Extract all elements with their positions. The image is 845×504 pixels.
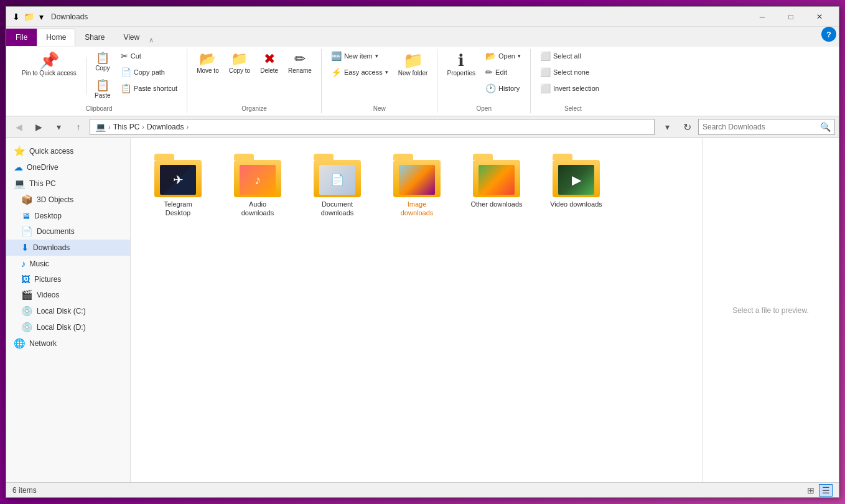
close-button[interactable]: ✕ (805, 7, 834, 27)
pin-quick-access-button[interactable]: 📌 Pin to Quick access (16, 49, 82, 80)
easy-access-dropdown[interactable]: ▾ (385, 69, 388, 75)
folder-tab-video (553, 154, 572, 160)
edit-button[interactable]: ✏ Edit (481, 65, 525, 79)
address-dropdown-button[interactable]: ▾ (658, 119, 676, 134)
folder-tab-telegram (154, 154, 174, 160)
music-icon: ♪ (21, 258, 26, 269)
sidebar-item-documents[interactable]: 📄 Documents (6, 223, 130, 240)
file-item-image[interactable]: Imagedownloads (380, 148, 454, 223)
select-all-button[interactable]: ⬜ Select all (536, 49, 610, 63)
3d-objects-icon: 📦 (21, 194, 33, 205)
history-button[interactable]: 🕐 History (481, 82, 525, 95)
sidebar-item-network[interactable]: 🌐 Network (6, 335, 130, 352)
paste-button[interactable]: 📋 Paste (90, 77, 115, 103)
rename-button[interactable]: ✏ Rename (284, 49, 316, 78)
copy-to-button[interactable]: 📁 Copy to (225, 49, 254, 78)
sidebar-item-music[interactable]: ♪ Music (6, 256, 130, 271)
back-button[interactable]: ◀ (10, 119, 27, 134)
local-disk-c-icon: 💿 (21, 306, 33, 317)
paste-shortcut-icon: 📋 (121, 83, 131, 93)
file-item-audio[interactable]: ♪ Audiodownloads (220, 148, 295, 223)
sidebar-item-pictures[interactable]: 🖼 Pictures (6, 271, 130, 287)
quick-access-icon: 📁 (24, 12, 34, 22)
sidebar-item-3d-objects[interactable]: 📦 3D Objects (6, 192, 130, 208)
main-area: ⭐ Quick access ☁ OneDrive 💻 This PC 📦 3D… (6, 138, 839, 482)
select-none-button[interactable]: ⬜ Select none (536, 65, 610, 79)
easy-access-button[interactable]: ⚡ Easy access ▾ (327, 65, 393, 79)
properties-button[interactable]: ℹ Properties (442, 49, 480, 80)
path-downloads: Downloads (147, 123, 184, 131)
sidebar-item-desktop[interactable]: 🖥 Desktop (6, 208, 130, 223)
invert-selection-button[interactable]: ⬜ Invert selection (536, 82, 610, 95)
ribbon-collapse-btn[interactable]: ∧ (149, 36, 154, 44)
easy-access-icon: ⚡ (331, 67, 342, 77)
help-button[interactable]: ? (821, 27, 836, 42)
new-item-icon: 🆕 (331, 51, 342, 61)
cut-button[interactable]: ✂ Cut (116, 49, 182, 63)
new-folder-button[interactable]: 📁 New folder (394, 49, 432, 80)
ribbon-group-select: ⬜ Select all ⬜ Select none ⬜ Invert sele… (531, 49, 615, 113)
new-label: New (327, 103, 432, 113)
ribbon: 📌 Pin to Quick access 📋 Copy 📋 Paste (6, 47, 839, 116)
sidebar-item-downloads[interactable]: ⬇ Downloads (6, 240, 130, 256)
minimize-button[interactable]: ─ (748, 7, 777, 27)
dropdown-icon[interactable]: ▾ (36, 12, 46, 22)
quick-access-star-icon: ⭐ (14, 146, 26, 157)
file-label-video: Video downloads (550, 200, 602, 208)
open-dropdown[interactable]: ▾ (518, 53, 521, 59)
folder-thumb-other (479, 165, 515, 195)
sidebar-item-local-c[interactable]: 💿 Local Disk (C:) (6, 303, 130, 319)
file-area: ✈ TelegramDesktop ♪ Audiodownloads (131, 138, 702, 482)
clipboard-label: Clipboard (16, 103, 182, 113)
tab-home[interactable]: Home (37, 29, 75, 46)
recent-locations-button[interactable]: ▾ (50, 119, 67, 134)
move-to-button[interactable]: 📂 Move to (192, 49, 223, 78)
sidebar-item-this-pc[interactable]: 💻 This PC (6, 175, 130, 192)
tab-file[interactable]: File (6, 29, 37, 46)
list-view-button[interactable]: ☰ (819, 484, 833, 497)
ribbon-group-open: ℹ Properties 📂 Open ▾ ✏ Edit 🕐 (437, 49, 531, 113)
search-box: 🔍 (698, 119, 835, 135)
paste-shortcut-button[interactable]: 📋 Paste shortcut (116, 82, 182, 95)
properties-icon: ℹ (458, 52, 464, 68)
title-bar-icons: ⬇ 📁 ▾ (11, 12, 46, 22)
search-input[interactable] (703, 123, 818, 131)
sidebar-label-this-pc: This PC (29, 179, 56, 188)
file-item-telegram[interactable]: ✈ TelegramDesktop (141, 148, 215, 223)
sidebar-label-pictures: Pictures (34, 275, 61, 284)
file-item-video[interactable]: ▶ Video downloads (539, 148, 614, 223)
new-item-dropdown[interactable]: ▾ (375, 53, 378, 59)
new-item-button[interactable]: 🆕 New item ▾ (327, 49, 393, 63)
up-button[interactable]: ↑ (70, 119, 87, 134)
desktop-icon: 🖥 (21, 210, 30, 221)
tab-share[interactable]: Share (75, 29, 114, 46)
history-icon: 🕐 (485, 83, 496, 93)
sidebar-label-local-d: Local Disk (D:) (37, 323, 86, 332)
file-label-document: Documentdownloads (321, 200, 354, 218)
delete-button[interactable]: ✖ Delete (256, 49, 282, 78)
copy-button[interactable]: 📋 Copy (90, 49, 115, 75)
organize-buttons: 📂 Move to 📁 Copy to ✖ Delete ✏ Rename (192, 49, 316, 103)
open-button[interactable]: 📂 Open ▾ (481, 49, 525, 63)
refresh-button[interactable]: ↻ (678, 119, 696, 135)
open-buttons: ℹ Properties 📂 Open ▾ ✏ Edit 🕐 (442, 49, 525, 103)
item-count: 6 items (12, 486, 37, 495)
folder-icon-document: 📄 (312, 154, 362, 197)
sidebar-item-local-d[interactable]: 💿 Local Disk (D:) (6, 319, 130, 335)
invert-selection-icon: ⬜ (540, 83, 551, 93)
file-label-telegram: TelegramDesktop (164, 200, 192, 218)
copy-path-button[interactable]: 📄 Copy path (116, 65, 182, 79)
title-bar: ⬇ 📁 ▾ Downloads ─ □ ✕ (6, 7, 839, 27)
sidebar-item-onedrive[interactable]: ☁ OneDrive (6, 159, 130, 175)
grid-view-button[interactable]: ⊞ (804, 484, 818, 497)
file-item-document[interactable]: 📄 Documentdownloads (300, 148, 375, 223)
tab-view[interactable]: View (114, 29, 149, 46)
forward-button[interactable]: ▶ (30, 119, 47, 134)
sidebar-item-quick-access[interactable]: ⭐ Quick access (6, 143, 130, 159)
new-buttons: 🆕 New item ▾ ⚡ Easy access ▾ 📁 New folde… (327, 49, 432, 103)
maximize-button[interactable]: □ (777, 7, 805, 27)
local-disk-d-icon: 💿 (21, 322, 33, 333)
address-path[interactable]: 💻 › This PC › Downloads › (90, 119, 655, 135)
sidebar-item-videos[interactable]: 🎬 Videos (6, 287, 130, 303)
file-item-other[interactable]: Other downloads (459, 148, 534, 223)
